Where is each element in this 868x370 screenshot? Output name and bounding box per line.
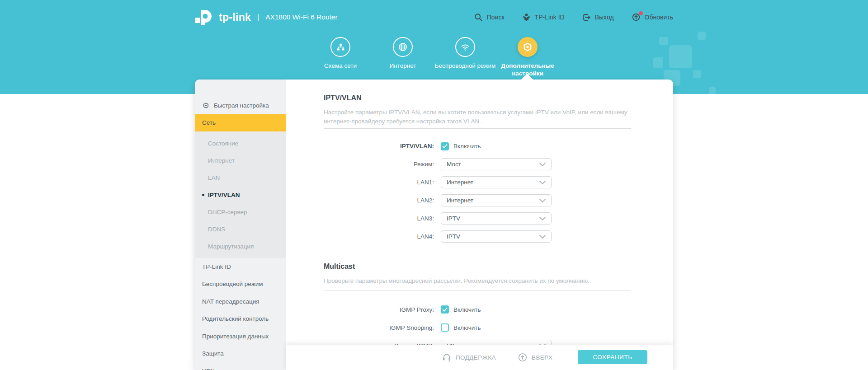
support-button[interactable]: ПОДДЕРЖКА bbox=[442, 345, 496, 370]
sidebar-item-dhcp-server[interactable]: DHCP-сервер bbox=[195, 203, 286, 220]
sidebar-item-nat-forwarding[interactable]: NAT переадресация bbox=[195, 293, 286, 310]
support-label: ПОДДЕРЖКА bbox=[456, 354, 496, 361]
divider bbox=[324, 128, 631, 129]
sidebar-item-label: Сеть bbox=[202, 119, 216, 126]
sidebar-item-iptv-vlan[interactable]: IPTV/VLAN bbox=[195, 186, 286, 203]
sidebar-item-label: TP-Link ID bbox=[202, 263, 231, 270]
active-bullet bbox=[202, 194, 204, 196]
section-description: Настройте параметры IPTV/VLAN, если вы х… bbox=[324, 108, 631, 126]
sidebar-item-label: NAT переадресация bbox=[202, 298, 259, 305]
mode-select[interactable]: Мост bbox=[441, 158, 552, 170]
logout-icon bbox=[582, 13, 591, 22]
checkbox-label: Включить bbox=[453, 306, 481, 313]
form-row: IPTV/VLAN: Включить bbox=[324, 140, 631, 152]
igmp-proxy-checkbox[interactable] bbox=[441, 305, 449, 314]
sidebar-item-status[interactable]: Состояние bbox=[195, 135, 286, 152]
search-button[interactable]: Поиск bbox=[473, 12, 505, 22]
chevron-down-icon bbox=[539, 199, 546, 202]
form-row: IGMP Snooping: Включить bbox=[324, 322, 631, 334]
sidebar-item-ddns[interactable]: DDNS bbox=[195, 220, 286, 238]
checkbox-label: Включить bbox=[453, 324, 481, 331]
sidebar: Быстрая настройка Сеть Состояние Интерне… bbox=[195, 80, 286, 370]
sidebar-item-label: Защита bbox=[202, 350, 224, 357]
lan2-select[interactable]: Интернет bbox=[441, 194, 552, 206]
chevron-down-icon bbox=[539, 235, 546, 239]
sidebar-item-label: Приоритезация данных bbox=[202, 333, 269, 340]
form-row: LAN3: IPTV bbox=[324, 212, 631, 225]
section-description: Проверьте параметры многоадресной рассыл… bbox=[324, 276, 631, 286]
lan4-select[interactable]: IPTV bbox=[441, 230, 552, 243]
brand: tp-link | AX1800 Wi-Fi 6 Router bbox=[195, 10, 338, 25]
checkbox-label: Включить bbox=[453, 143, 481, 150]
sidebar-item-label: Состояние bbox=[208, 140, 238, 147]
search-label: Поиск bbox=[487, 14, 505, 21]
network-submenu: Состояние Интернет LAN IPTV/VLAN DHCP-се… bbox=[195, 131, 286, 258]
logout-label: Выход bbox=[595, 14, 614, 21]
update-label: Обновить bbox=[645, 14, 673, 21]
iptv-form: IPTV/VLAN: Включить Режим: Мост LAN1: bbox=[324, 140, 631, 243]
settings-card: Быстрая настройка Сеть Состояние Интерне… bbox=[195, 80, 673, 370]
sidebar-item-label: DHCP-сервер bbox=[208, 209, 247, 215]
form-row: LAN1: Интернет bbox=[324, 176, 631, 188]
field-label: IPTV/VLAN: bbox=[324, 143, 434, 150]
sidebar-item-label: LAN bbox=[208, 174, 220, 181]
multicast-title: Multicast bbox=[324, 262, 631, 271]
content-panel: IPTV/VLAN Настройте параметры IPTV/VLAN,… bbox=[286, 80, 673, 370]
select-value: Мост bbox=[447, 161, 461, 168]
sidebar-item-wireless[interactable]: Беспроводной режим bbox=[195, 276, 286, 293]
field-label: Режим: bbox=[324, 161, 434, 168]
user-icon bbox=[522, 13, 531, 22]
tplink-id-label: TP-Link ID bbox=[535, 14, 565, 21]
save-button[interactable]: СОХРАНИТЬ bbox=[578, 350, 647, 364]
sidebar-item-qos[interactable]: Приоритезация данных bbox=[195, 328, 286, 345]
sidebar-item-quick-setup[interactable]: Быстрая настройка bbox=[195, 97, 286, 114]
tab-label: Беспроводной режим bbox=[435, 62, 496, 70]
field-label: LAN3: bbox=[324, 215, 434, 222]
lan1-select[interactable]: Интернет bbox=[441, 176, 552, 188]
form-row: Режим: Мост bbox=[324, 158, 631, 170]
sidebar-item-security[interactable]: Защита bbox=[195, 345, 286, 363]
divider bbox=[324, 290, 631, 290]
tab-internet[interactable]: Интернет bbox=[372, 37, 434, 77]
sidebar-item-parental-controls[interactable]: Родительский контроль bbox=[195, 310, 286, 328]
igmp-snooping-checkbox[interactable] bbox=[441, 323, 449, 332]
headset-icon bbox=[442, 352, 452, 362]
wifi-icon bbox=[455, 37, 475, 57]
tplink-logo-icon bbox=[195, 10, 215, 25]
sidebar-item-tplink-id[interactable]: TP-Link ID bbox=[195, 258, 286, 276]
sidebar-item-label: Быстрая настройка bbox=[214, 102, 269, 109]
gear-icon bbox=[518, 37, 538, 57]
tab-network-map[interactable]: Схема сети bbox=[309, 37, 372, 77]
chevron-down-icon bbox=[539, 181, 546, 184]
update-button[interactable]: Обновить bbox=[631, 12, 673, 22]
sidebar-item-vpn-server[interactable]: VPN-сервер bbox=[195, 362, 286, 370]
sidebar-item-label: Родительский контроль bbox=[202, 315, 269, 322]
iptv-enable-checkbox[interactable] bbox=[441, 142, 449, 150]
select-value: IPTV bbox=[447, 215, 460, 222]
tplink-id-button[interactable]: TP-Link ID bbox=[522, 13, 565, 22]
field-label: LAN4: bbox=[324, 233, 434, 240]
update-badge bbox=[639, 11, 643, 15]
tab-label: Схема сети bbox=[324, 62, 357, 70]
chevron-down-icon bbox=[539, 217, 546, 220]
form-row: IGMP Proxy: Включить bbox=[324, 304, 631, 316]
topbar: tp-link | AX1800 Wi-Fi 6 Router Поиск TP… bbox=[195, 0, 673, 34]
sidebar-item-lan[interactable]: LAN bbox=[195, 169, 286, 186]
tab-label: Интернет bbox=[390, 62, 416, 70]
sidebar-item-internet[interactable]: Интернет bbox=[195, 152, 286, 169]
chevron-down-icon bbox=[539, 163, 546, 166]
tab-advanced-settings[interactable]: Дополнительные настройки bbox=[496, 37, 559, 77]
select-value: Интернет bbox=[447, 179, 473, 186]
scroll-top-button[interactable]: ВВЕРХ bbox=[518, 345, 552, 370]
sidebar-item-label: DDNS bbox=[208, 226, 225, 233]
field-label: LAN2: bbox=[324, 197, 434, 204]
sidebar-item-label: Интернет bbox=[208, 157, 235, 164]
sidebar-item-network[interactable]: Сеть bbox=[195, 114, 286, 132]
pixel-decor bbox=[709, 87, 716, 94]
form-row: LAN2: Интернет bbox=[324, 194, 631, 206]
sidebar-item-routing[interactable]: Маршрутизация bbox=[195, 238, 286, 255]
tab-wireless[interactable]: Беспроводной режим bbox=[434, 37, 496, 77]
sidebar-item-label: IPTV/VLAN bbox=[208, 192, 240, 198]
lan3-select[interactable]: IPTV bbox=[441, 212, 552, 225]
logout-button[interactable]: Выход bbox=[582, 13, 614, 22]
